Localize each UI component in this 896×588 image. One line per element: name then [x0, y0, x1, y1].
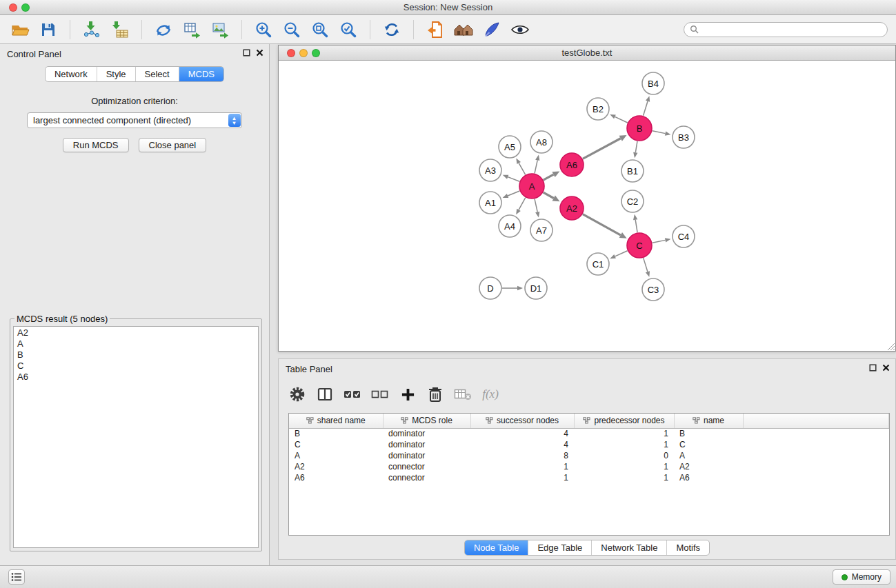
table-cell[interactable]: 4	[470, 439, 574, 450]
memory-button[interactable]: Memory	[833, 569, 890, 585]
table-cell[interactable]: 1	[574, 428, 674, 439]
column-header[interactable]: predecessor nodes	[574, 414, 674, 428]
refresh-view-button[interactable]	[380, 18, 404, 41]
save-session-button[interactable]	[37, 18, 60, 41]
tab-network[interactable]: Network	[46, 67, 97, 81]
show-hide-button[interactable]	[508, 18, 532, 41]
table-row[interactable]: Bdominator41B	[289, 428, 889, 439]
mcds-result-item[interactable]: A	[17, 338, 255, 349]
table-cell[interactable]: 8	[470, 450, 574, 461]
node-D1[interactable]: D1	[525, 277, 547, 299]
run-mcds-button[interactable]: Run MCDS	[63, 138, 129, 152]
export-image-button[interactable]	[208, 18, 232, 41]
table-cell[interactable]: B	[674, 428, 743, 439]
close-panel-icon[interactable]	[256, 49, 263, 57]
table-settings-button[interactable]	[288, 385, 306, 404]
edge-A-A7[interactable]	[535, 199, 537, 212]
node-A8[interactable]: A8	[530, 131, 552, 153]
table-cell[interactable]: connector	[383, 461, 470, 472]
tab-node-table[interactable]: Node Table	[465, 540, 528, 555]
network-zoom-button[interactable]	[312, 49, 320, 57]
table-cell[interactable]: A6	[289, 472, 383, 483]
tab-edge-table[interactable]: Edge Table	[528, 540, 591, 555]
table-cell[interactable]: dominator	[383, 439, 470, 450]
close-panel-button[interactable]: Close panel	[139, 138, 207, 152]
node-C[interactable]: C	[627, 233, 652, 258]
zoom-out-button[interactable]	[280, 18, 303, 41]
zoom-window-button[interactable]	[21, 3, 30, 12]
node-B2[interactable]: B2	[587, 98, 609, 120]
column-header[interactable]: shared name	[289, 414, 383, 428]
zoom-selected-button[interactable]	[337, 18, 360, 41]
table-cell[interactable]: A2	[674, 461, 743, 472]
edge-A-A8[interactable]	[535, 160, 537, 173]
node-A3[interactable]: A3	[479, 159, 501, 181]
node-B[interactable]: B	[627, 116, 652, 141]
tab-style[interactable]: Style	[97, 67, 135, 81]
tab-network-table[interactable]: Network Table	[591, 540, 666, 555]
node-C1[interactable]: C1	[587, 253, 609, 275]
export-table-button[interactable]	[180, 18, 203, 41]
table-row[interactable]: A6connector11A6	[289, 472, 889, 483]
first-neighbors-button[interactable]	[424, 18, 447, 41]
show-columns-button[interactable]	[316, 385, 334, 404]
network-graph-svg[interactable]: AA1A2A3A4A5A6A7A8BB1B2B3B4CC1C2C3C4DD1	[279, 61, 895, 351]
node-A1[interactable]: A1	[479, 192, 501, 214]
node-A6[interactable]: A6	[560, 153, 584, 176]
edge-A-A1[interactable]	[508, 191, 519, 196]
style-brush-button[interactable]	[480, 18, 504, 41]
float-panel-icon[interactable]	[243, 49, 250, 57]
search-box[interactable]	[684, 22, 888, 37]
open-session-button[interactable]	[8, 18, 32, 41]
edge-A-A4[interactable]	[519, 198, 526, 210]
node-C2[interactable]: C2	[621, 190, 644, 212]
import-table-button[interactable]	[108, 18, 132, 41]
criterion-select[interactable]: largest connected component (directed) ▲…	[27, 112, 242, 128]
add-column-button[interactable]	[399, 385, 417, 404]
table-row[interactable]: A2connector11A2	[289, 461, 889, 472]
edge-C-C2[interactable]	[635, 220, 637, 233]
edge-A2-C[interactable]	[583, 214, 621, 235]
edge-A-A2[interactable]	[544, 192, 554, 198]
search-input[interactable]	[702, 24, 882, 34]
edge-A-A5[interactable]	[519, 163, 525, 175]
edge-A-A6[interactable]	[544, 174, 554, 180]
network-minimize-button[interactable]	[299, 49, 308, 57]
edge-A-A3[interactable]	[508, 177, 519, 182]
mcds-result-item[interactable]: C	[17, 361, 255, 372]
column-header[interactable]: name	[674, 414, 743, 428]
table-cell[interactable]: connector	[383, 472, 470, 483]
edge-B-B3[interactable]	[653, 131, 666, 134]
node-A5[interactable]: A5	[499, 136, 521, 158]
mcds-result-item[interactable]: A6	[17, 372, 255, 383]
mcds-result-item[interactable]: B	[17, 349, 255, 361]
table-row[interactable]: Cdominator41C	[289, 439, 889, 450]
node-A[interactable]: A	[519, 174, 544, 199]
table-row[interactable]: Adominator80A	[289, 450, 889, 461]
table-cell[interactable]: C	[674, 439, 743, 450]
table-cell[interactable]: A	[289, 450, 383, 461]
table-cell[interactable]: A2	[289, 461, 383, 472]
resize-grip-icon[interactable]	[886, 341, 895, 350]
table-cell[interactable]: 4	[470, 428, 574, 439]
mcds-result-item[interactable]: A2	[17, 327, 255, 338]
mcds-result-list[interactable]: A2ABCA6	[13, 326, 259, 548]
table-cell[interactable]: A	[674, 450, 743, 461]
table-cell[interactable]: dominator	[383, 428, 470, 439]
node-C4[interactable]: C4	[673, 225, 695, 247]
node-B4[interactable]: B4	[642, 72, 664, 94]
node-B1[interactable]: B1	[621, 160, 644, 182]
table-cell[interactable]: A6	[674, 472, 743, 483]
edge-C-C4[interactable]	[653, 240, 666, 243]
node-C3[interactable]: C3	[642, 278, 664, 301]
node-A4[interactable]: A4	[499, 215, 521, 237]
network-canvas[interactable]: AA1A2A3A4A5A6A7A8BB1B2B3B4CC1C2C3C4DD1	[279, 61, 895, 351]
close-panel-icon[interactable]	[882, 364, 890, 372]
float-panel-icon[interactable]	[869, 364, 877, 372]
show-panels-button[interactable]	[8, 569, 25, 585]
select-all-columns-button[interactable]	[344, 385, 361, 404]
edge-C-C1[interactable]	[615, 251, 628, 256]
table-cell[interactable]: 1	[574, 461, 674, 472]
node-A2[interactable]: A2	[560, 196, 584, 220]
deselect-all-columns-button[interactable]	[371, 385, 389, 404]
